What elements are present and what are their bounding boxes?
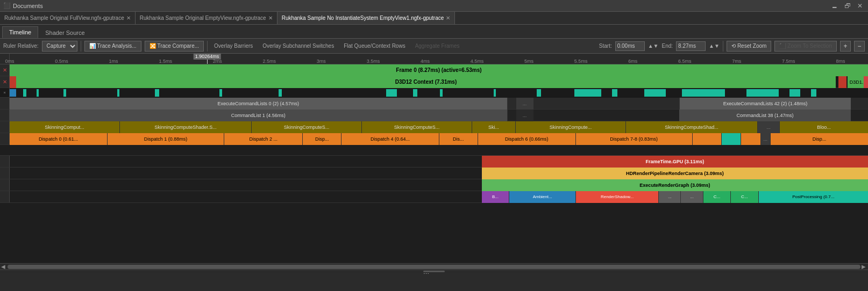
resize-handle[interactable]: ⋯ xyxy=(0,270,868,273)
sub-block-12 xyxy=(494,89,496,97)
resize-grip: ⋯ xyxy=(423,271,445,272)
ruler-tick-35ms: 3.5ms xyxy=(367,59,380,64)
capture-select[interactable]: Capture xyxy=(42,41,77,52)
exec-cmd-42: ExecuteCommandLists 42 (2) (1.48ms) xyxy=(679,98,851,110)
dispatch-row: Dispatch 0 (0.61... Dispatch 1 (0.88ms) … xyxy=(0,133,868,145)
dispatch-r3 xyxy=(741,133,760,145)
ruler-tick-05ms: 0.5ms xyxy=(55,59,68,64)
ruler-tick-6ms: 6ms xyxy=(628,59,637,64)
dispatch-0: Dispatch 0 (0.61... xyxy=(10,133,108,145)
dispatch-4: Dispatch 4 (0.64... xyxy=(341,133,439,145)
execute-command-row: ExecuteCommandLists 0 (2) (4.57ms) ... E… xyxy=(0,98,868,110)
dispatch-content: Dispatch 0 (0.61... Dispatch 1 (0.88ms) … xyxy=(10,133,868,145)
separator-1 xyxy=(81,41,81,52)
dispatch-dis: Dis... xyxy=(439,133,478,145)
execute-command-content: ExecuteCommandLists 0 (2) (4.57ms) ... E… xyxy=(10,98,868,110)
sub-postprocessing: PostProcessing (0.7... xyxy=(759,191,868,203)
sub-b: B... xyxy=(482,191,509,203)
command-list-content: CommandList 1 (4.56ms) ... CommandList 3… xyxy=(10,110,868,121)
minimize-button[interactable]: 🗕 xyxy=(829,2,840,10)
dispatch-2: Dispatch 2 ... xyxy=(224,133,303,145)
context-track-content: D3D12 Context (7.31ms) D3D1... xyxy=(10,76,868,88)
executerender-bar: ExecuteRenderGraph (3.09ms) xyxy=(482,179,868,191)
sub-block-1 xyxy=(10,89,16,97)
doc-tabs: Rukhanka Sample Original FullView.ngfx-g… xyxy=(0,12,868,25)
execute-command-gutter xyxy=(0,98,10,109)
reset-zoom-icon: ⟲ xyxy=(731,43,736,49)
dispatch-gutter xyxy=(0,133,10,144)
hdrender-row: HDRenderPipelineRenderCamera (3.09ms) xyxy=(0,168,868,179)
reset-zoom-button[interactable]: ⟲ Reset Zoom xyxy=(727,41,771,52)
doc-tab-1[interactable]: Rukhanka Sample Original EmptyView.ngfx-… xyxy=(136,12,278,24)
sub-block-8 xyxy=(279,89,282,97)
scroll-left-btn[interactable]: ◀ xyxy=(1,264,6,270)
trace-compare-button[interactable]: 🔀 Trace Compare... xyxy=(145,41,204,52)
close-tab-1-icon[interactable]: ✕ xyxy=(268,15,273,21)
start-input[interactable] xyxy=(615,41,645,51)
context-green-bar: D3D12 Context (7.31ms) xyxy=(16,76,836,88)
context-red-block-left xyxy=(10,76,16,88)
context-close-icon[interactable]: ✕ xyxy=(3,79,7,85)
zoom-out-button[interactable]: − xyxy=(854,41,865,52)
ruler: 0ms 0.5ms 1ms 1.5ms 2ms 2.5ms 3ms 3.5ms … xyxy=(0,54,868,64)
tab-timeline[interactable]: Timeline xyxy=(2,26,38,38)
maximize-button[interactable]: 🗗 xyxy=(842,2,853,10)
aggregate-frames-button[interactable]: Aggregate Frames xyxy=(412,42,463,50)
sub-block-4 xyxy=(63,89,66,97)
sub-rendershadow: RenderShadow... xyxy=(576,191,659,203)
doc-tab-2[interactable]: Rukhanka Sample No InstantiateSystem Emp… xyxy=(278,12,456,24)
context-tail xyxy=(864,76,868,88)
scroll-right-btn[interactable]: ▶ xyxy=(862,264,867,270)
frame-bar: Frame 0 (8.27ms) (active=6.53ms) xyxy=(10,64,868,76)
scroll-thumb[interactable] xyxy=(8,265,860,269)
close-button[interactable]: ✕ xyxy=(855,2,865,10)
sub-c2: C... xyxy=(731,191,758,203)
exec-gap: ... xyxy=(516,98,533,110)
ruler-tick-4ms: 4ms xyxy=(421,59,430,64)
sub-block-18 xyxy=(746,89,779,97)
timeline-area: 0ms 0.5ms 1ms 1.5ms 2ms 2.5ms 3ms 3.5ms … xyxy=(0,54,868,263)
overlay-subchannel-button[interactable]: Overlay Subchannel Switches xyxy=(259,42,337,50)
frametime-bar: FrameTime.GPU (3.11ms) xyxy=(482,156,868,168)
flat-queue-button[interactable]: Flat Queue/Context Rows xyxy=(340,42,409,50)
ruler-tick-3ms: 3ms xyxy=(317,59,326,64)
skinning-2: SkinningComputeS... xyxy=(252,121,362,133)
ruler-tick-65ms: 6.5ms xyxy=(678,59,692,64)
hdrender-gutter xyxy=(0,168,10,179)
sub-c1: C... xyxy=(703,191,731,203)
sub-render-row: B... Ambient... RenderShadow... ... ... … xyxy=(0,191,868,203)
sub-block-11 xyxy=(440,89,443,97)
context-row: ✕ D3D12 Context (7.31ms) D3D1... xyxy=(0,76,868,88)
tab-shader-source[interactable]: Shader Source xyxy=(38,27,91,38)
dispatch-6: Dispatch 6 (0.66ms) xyxy=(478,133,576,145)
start-spinner-icon[interactable]: ▲▼ xyxy=(648,43,659,49)
skinning-bloo: Bloo... xyxy=(780,121,868,133)
doc-tab-0[interactable]: Rukhanka Sample Original FullView.ngfx-g… xyxy=(0,12,136,24)
context-gutter: ✕ xyxy=(0,76,10,88)
title-bar: ⬛ Documents 🗕 🗗 ✕ xyxy=(0,0,868,12)
sub-block-17 xyxy=(682,89,725,97)
frame-close-icon[interactable]: ✕ xyxy=(3,67,7,73)
zoom-to-selection-button[interactable]: ⬛ Zoom To Selection xyxy=(774,41,837,52)
h-scrollbar[interactable]: ◀ ▶ xyxy=(0,263,868,270)
end-input[interactable] xyxy=(676,41,706,51)
zoom-selection-icon: ⬛ xyxy=(779,43,786,49)
skinning-4: Ski... xyxy=(472,121,516,133)
sub-block-15 xyxy=(612,89,617,97)
ruler-tick-5ms: 5ms xyxy=(524,59,533,64)
app-icon: ⬛ xyxy=(3,2,11,9)
zoom-in-button[interactable]: + xyxy=(840,41,851,52)
close-tab-0-icon[interactable]: ✕ xyxy=(126,15,131,21)
ruler-tick-7ms: 7ms xyxy=(732,59,741,64)
sub-block-19 xyxy=(789,89,800,97)
ruler-tick-15ms: 1.5ms xyxy=(159,59,172,64)
sub-block-3 xyxy=(37,89,39,97)
separator-2 xyxy=(207,41,208,52)
sub-block-5 xyxy=(117,89,119,97)
end-spinner-icon[interactable]: ▲▼ xyxy=(709,43,720,49)
cmd-list-1: CommandList 1 (4.56ms) xyxy=(10,110,508,121)
trace-analysis-button[interactable]: 📊 Trace Analysis... xyxy=(84,41,141,52)
close-tab-2-icon[interactable]: ✕ xyxy=(446,15,450,21)
toolbar: Ruler Relative: Capture 📊 Trace Analysis… xyxy=(0,39,868,54)
overlay-barriers-button[interactable]: Overlay Barriers xyxy=(211,42,256,50)
